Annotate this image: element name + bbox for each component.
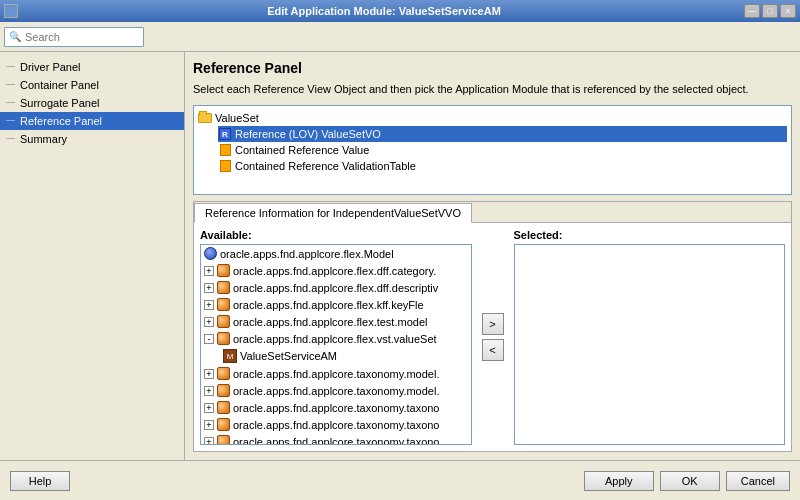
cylinder-icon-4 (217, 315, 230, 328)
selected-list[interactable] (514, 244, 786, 445)
folder-icon (198, 111, 212, 125)
window-controls[interactable]: — □ × (744, 4, 796, 18)
sidebar-item-surrogate-panel[interactable]: Surrogate Panel (0, 94, 184, 112)
transfer-right-button[interactable]: > (482, 313, 504, 335)
avail-item-tax2[interactable]: + oracle.apps.fnd.applcore.taxonomy.mode… (201, 382, 471, 399)
panel-description: Select each Reference View Object and th… (193, 82, 792, 97)
bottom-right-buttons: Apply OK Cancel (584, 471, 790, 491)
avail-item-taxo3[interactable]: + oracle.apps.fnd.applcore.taxonomy.taxo… (201, 433, 471, 445)
content-area: Driver Panel Container Panel Surrogate P… (0, 52, 800, 460)
avail-item-dff-desc[interactable]: + oracle.apps.fnd.applcore.flex.dff.desc… (201, 279, 471, 296)
expand-icon-6[interactable]: + (204, 369, 214, 379)
window-icon (4, 4, 18, 18)
avail-item-taxo1[interactable]: + oracle.apps.fnd.applcore.taxonomy.taxo… (201, 399, 471, 416)
tree-container: ValueSet R Reference (LOV) ValueSetVO Co… (193, 105, 792, 195)
expand-icon-9[interactable]: + (204, 420, 214, 430)
title-bar: Edit Application Module: ValueSetService… (0, 0, 800, 22)
avail-item-label: oracle.apps.fnd.applcore.taxonomy.taxono (233, 402, 439, 414)
tree-item-contained-ref-value[interactable]: Contained Reference Value (218, 142, 787, 158)
expand-icon-7[interactable]: + (204, 386, 214, 396)
avail-item-label: oracle.apps.fnd.applcore.flex.kff.keyFle (233, 299, 424, 311)
ok-button[interactable]: OK (660, 471, 720, 491)
ref-icon: R (218, 127, 232, 141)
cylinder-icon-7 (217, 384, 230, 397)
tree-item-valueset[interactable]: ValueSet (198, 110, 787, 126)
search-box[interactable]: 🔍 (4, 27, 144, 47)
avail-item-label: oracle.apps.fnd.applcore.flex.vst.valueS… (233, 333, 437, 345)
tree-item-ref-lov[interactable]: R Reference (LOV) ValueSetVO (218, 126, 787, 142)
selected-section: Selected: (514, 229, 786, 445)
expand-icon-3[interactable]: + (204, 300, 214, 310)
doc-icon (218, 143, 232, 157)
sidebar-item-reference-panel[interactable]: Reference Panel (0, 112, 184, 130)
left-nav-panel: Driver Panel Container Panel Surrogate P… (0, 52, 185, 460)
avail-item-label: oracle.apps.fnd.applcore.flex.dff.catego… (233, 265, 436, 277)
tree-item-label: Contained Reference Value (235, 144, 369, 156)
cylinder-icon (217, 264, 230, 277)
available-list[interactable]: oracle.apps.fnd.applcore.flex.Model + or… (200, 244, 472, 445)
window-icon-area (4, 4, 24, 18)
expand-icon-8[interactable]: + (204, 403, 214, 413)
search-icon: 🔍 (9, 31, 21, 42)
cylinder-icon-5 (217, 332, 230, 345)
avail-item-taxo2[interactable]: + oracle.apps.fnd.applcore.taxonomy.taxo… (201, 416, 471, 433)
panel-title: Reference Panel (193, 60, 792, 76)
cylinder-icon-8 (217, 401, 230, 414)
tree-item-label: Reference (LOV) ValueSetVO (235, 128, 381, 140)
avail-item-label: oracle.apps.fnd.applcore.taxonomy.taxono (233, 436, 439, 445)
tree-item-contained-ref-validation[interactable]: Contained Reference ValidationTable (218, 158, 787, 174)
tree-item-label: ValueSet (215, 112, 259, 124)
right-panel: Reference Panel Select each Reference Vi… (185, 52, 800, 460)
expand-icon-10[interactable]: + (204, 437, 214, 445)
bottom-left-buttons: Help (10, 471, 70, 491)
tab-reference-info[interactable]: Reference Information for IndependentVal… (194, 203, 472, 223)
avail-item-valuesetserviceam[interactable]: M ValueSetServiceAM (201, 347, 471, 365)
avail-item-label: ValueSetServiceAM (240, 350, 337, 362)
expand-icon-4[interactable]: + (204, 317, 214, 327)
maximize-button[interactable]: □ (762, 4, 778, 18)
tab-content: Available: oracle.apps.fnd.applcore.flex… (194, 223, 791, 451)
avail-item-label: oracle.apps.fnd.applcore.taxonomy.model. (233, 368, 439, 380)
avail-item-label: oracle.apps.fnd.applcore.flex.Model (220, 248, 394, 260)
avail-item-label: oracle.apps.fnd.applcore.taxonomy.taxono (233, 419, 439, 431)
transfer-left-button[interactable]: < (482, 339, 504, 361)
avail-item-vst[interactable]: - oracle.apps.fnd.applcore.flex.vst.valu… (201, 330, 471, 347)
transfer-buttons: > < (478, 229, 508, 445)
expand-icon-2[interactable]: + (204, 283, 214, 293)
expand-icon[interactable]: + (204, 266, 214, 276)
avail-item-tax1[interactable]: + oracle.apps.fnd.applcore.taxonomy.mode… (201, 365, 471, 382)
cylinder-icon-6 (217, 367, 230, 380)
available-section: Available: oracle.apps.fnd.applcore.flex… (200, 229, 472, 445)
tree-item-label: Contained Reference ValidationTable (235, 160, 416, 172)
cylinder-icon-9 (217, 418, 230, 431)
expand-icon-5[interactable]: - (204, 334, 214, 344)
avail-item-label: oracle.apps.fnd.applcore.flex.dff.descri… (233, 282, 438, 294)
close-button[interactable]: × (780, 4, 796, 18)
bottom-bar: Help Apply OK Cancel (0, 460, 800, 500)
sidebar-item-summary[interactable]: Summary (0, 130, 184, 148)
sidebar-item-container-panel[interactable]: Container Panel (0, 76, 184, 94)
doc-icon-2 (218, 159, 232, 173)
tab-header: Reference Information for IndependentVal… (194, 202, 791, 223)
help-button[interactable]: Help (10, 471, 70, 491)
module-icon: M (223, 349, 237, 363)
globe-icon (204, 247, 217, 260)
tab-container: Reference Information for IndependentVal… (193, 201, 792, 452)
apply-button[interactable]: Apply (584, 471, 654, 491)
search-input[interactable] (25, 31, 139, 43)
avail-item-label: oracle.apps.fnd.applcore.flex.test.model (233, 316, 427, 328)
avail-item-dff-cat[interactable]: + oracle.apps.fnd.applcore.flex.dff.cate… (201, 262, 471, 279)
avail-item-label: oracle.apps.fnd.applcore.taxonomy.model. (233, 385, 439, 397)
window-title: Edit Application Module: ValueSetService… (24, 5, 744, 17)
avail-item-test[interactable]: + oracle.apps.fnd.applcore.flex.test.mod… (201, 313, 471, 330)
minimize-button[interactable]: — (744, 4, 760, 18)
toolbar: 🔍 (0, 22, 800, 52)
cancel-button[interactable]: Cancel (726, 471, 790, 491)
selected-label: Selected: (514, 229, 786, 241)
avail-item-model[interactable]: oracle.apps.fnd.applcore.flex.Model (201, 245, 471, 262)
available-label: Available: (200, 229, 472, 241)
sidebar-item-driver-panel[interactable]: Driver Panel (0, 58, 184, 76)
avail-item-kff[interactable]: + oracle.apps.fnd.applcore.flex.kff.keyF… (201, 296, 471, 313)
cylinder-icon-3 (217, 298, 230, 311)
cylinder-icon-2 (217, 281, 230, 294)
